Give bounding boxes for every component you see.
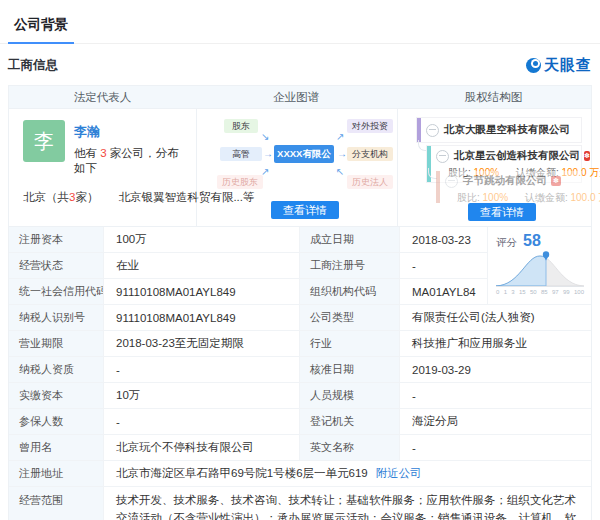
info-value: 在业	[104, 253, 300, 278]
info-value: 有限责任公司(法人独资)	[400, 305, 591, 330]
graph-node-shareholders: 股东	[224, 119, 258, 133]
table-row: 参保人数 - 登记机关 海淀分局	[9, 409, 591, 435]
tab-company-background[interactable]: 公司背景	[8, 16, 74, 44]
region-prefix: 北京（共	[23, 191, 69, 203]
collapse-minus-icon[interactable]	[445, 175, 458, 188]
info-label: 登记机关	[300, 409, 400, 434]
tree-bar	[436, 171, 440, 203]
info-value: 北京玩个不停科技有限公司	[104, 435, 300, 460]
info-value: -	[400, 383, 591, 408]
summary-prefix: 他有	[74, 147, 97, 159]
brand-name: 天眼查	[544, 56, 592, 75]
score-label: 评分	[496, 236, 517, 248]
tick: 15	[519, 289, 526, 295]
arrow-icon: ↗	[336, 131, 344, 142]
info-value: 100万	[104, 227, 300, 252]
info-value: 91110108MA01AYL849	[104, 305, 300, 330]
tick: 97	[552, 289, 559, 295]
registered-address: 北京市海淀区阜石路甲69号院1号楼6层一单元619	[116, 466, 368, 481]
info-label: 纳税人资质	[9, 357, 104, 382]
legal-rep-summary: 他有 3 家公司，分布如下	[74, 146, 188, 176]
info-label: 公司类型	[300, 305, 400, 330]
info-label: 纳税人识别号	[9, 305, 104, 330]
equity-row-grandparent: 字节跳动有限公司 ✽ 股比: 100% 认缴金额: 100.0 万元	[436, 171, 582, 203]
company-count: 3	[100, 147, 106, 159]
info-label: 人员规模	[300, 383, 400, 408]
equity-company-name: 北京大眼星空科技有限公司	[444, 123, 570, 137]
section-title: 工商信息	[8, 57, 58, 74]
tianyancha-eye-icon	[526, 58, 541, 73]
avatar: 李	[23, 120, 65, 162]
tab-bar: 公司背景	[0, 0, 600, 44]
score-axis-ticks: 0 1 3 15 50 85 97 99 100	[496, 289, 584, 295]
table-row: 曾用名 北京玩个不停科技有限公司 英文名称 -	[9, 435, 591, 461]
score-panel: 评分58 0 1 3 15 50 85 97	[487, 227, 591, 304]
panels-header-row: 法定代表人 企业图谱 股权结构图	[9, 86, 591, 109]
tick: 1	[504, 289, 507, 295]
equity-row-parent: 北京大眼星空科技有限公司	[416, 117, 582, 143]
brand-logo[interactable]: 天眼查	[526, 56, 592, 75]
company-logo-icon: ✽	[584, 151, 590, 161]
info-label: 注册资本	[9, 227, 104, 252]
collapse-minus-icon[interactable]	[426, 124, 439, 137]
amount-value: 100.0 万元	[570, 192, 600, 203]
info-label: 工商注册号	[300, 253, 400, 278]
header-enterprise-graph: 企业图谱	[196, 86, 396, 108]
tick: 100	[574, 289, 584, 295]
tick: 99	[563, 289, 570, 295]
company-background-page: 公司背景 工商信息 天眼查 法定代表人 企业图谱 股权结构图 李 李瀚 他	[0, 0, 600, 520]
business-scope-text: 技术开发、技术服务、技术咨询、技术转让；基础软件服务；应用软件服务；组织文化艺术…	[104, 487, 591, 520]
info-label: 注册地址	[9, 461, 104, 486]
table-row-business-scope: 经营范围 技术开发、技术服务、技术咨询、技术转让；基础软件服务；应用软件服务；组…	[9, 487, 591, 520]
info-label: 成立日期	[300, 227, 400, 252]
legal-rep-distribution: 北京（共3家） 北京银翼智造科贸有限...等	[23, 190, 188, 205]
enterprise-graph-panel: 股东 高管 历史股东 XXXX有限公司 对外投资 分支机构 历史法人 ↘ → ↗…	[197, 109, 398, 226]
info-value: 10万	[104, 383, 300, 408]
nearby-companies-link[interactable]: 附近公司	[376, 466, 422, 481]
graph-node-outbound-investment: 对外投资	[347, 119, 393, 133]
ratio-label: 股比:	[457, 192, 480, 203]
region-suffix: 家）	[75, 191, 98, 203]
info-value: 北京市海淀区阜石路甲69号院1号楼6层一单元619 附近公司	[104, 461, 591, 486]
equity-company-name: 字节跳动有限公司	[463, 174, 547, 188]
graph-node-branches: 分支机构	[347, 147, 393, 161]
amount-label: 认缴金额:	[525, 192, 568, 203]
graph-node-executives: 高管	[220, 147, 262, 161]
info-value: 2018-03-23至无固定期限	[104, 331, 300, 356]
panels-body-row: 李 李瀚 他有 3 家公司，分布如下 北京（共3家） 北京银翼智造科贸有限...…	[9, 109, 591, 226]
score-bell-curve-chart	[496, 250, 584, 288]
equity-company-name: 北京星云创造科技有限公司	[454, 149, 580, 163]
info-label: 组织机构代码	[300, 279, 400, 304]
graph-node-history-shareholders: 历史股东	[217, 175, 263, 189]
tick: 3	[511, 289, 514, 295]
legal-representative-panel: 李 李瀚 他有 3 家公司，分布如下 北京（共3家） 北京银翼智造科贸有限...…	[9, 109, 197, 226]
info-value: 科技推广和应用服务业	[400, 331, 591, 356]
arrow-icon: ↗	[261, 166, 269, 177]
info-label: 曾用名	[9, 435, 104, 460]
ratio-value: 100%	[483, 192, 509, 203]
scope-text: 技术开发、技术服务、技术咨询、技术转让；基础软件服务；应用软件服务；组织文化艺术…	[116, 494, 576, 520]
tick: 0	[496, 289, 499, 295]
info-value: 2019-03-29	[400, 357, 591, 382]
score-header: 评分58	[496, 232, 583, 250]
arrow-icon: →	[337, 148, 347, 159]
info-value: -	[104, 357, 300, 382]
region-count-text: 北京（共3家）	[23, 190, 98, 205]
info-label: 核准日期	[300, 357, 400, 382]
collapse-minus-icon[interactable]	[436, 150, 449, 163]
table-row: 营业期限 2018-03-23至无固定期限 行业 科技推广和应用服务业	[9, 331, 591, 357]
arrow-icon: ↘	[261, 131, 269, 142]
equity-structure-panel: 北京大眼星空科技有限公司 北京星云创造科技有限公司 ✽ 股比: 100% 认缴金…	[398, 109, 591, 226]
header-legal-representative: 法定代表人	[9, 86, 196, 108]
top-panels: 法定代表人 企业图谱 股权结构图 李 李瀚 他有 3 家公司，分布如下 北京（共…	[8, 85, 592, 227]
graph-view-details-button[interactable]: 查看详情	[271, 201, 339, 219]
info-label: 经营状态	[9, 253, 104, 278]
info-label: 经营范围	[9, 487, 104, 520]
info-value: -	[400, 435, 591, 460]
legal-rep-name-link[interactable]: 李瀚	[74, 123, 188, 141]
info-label: 统一社会信用代码	[9, 279, 104, 304]
tick: 85	[541, 289, 548, 295]
arrow-icon: →	[263, 148, 273, 159]
info-label: 参保人数	[9, 409, 104, 434]
equity-view-details-button[interactable]: 查看详情	[468, 203, 536, 221]
